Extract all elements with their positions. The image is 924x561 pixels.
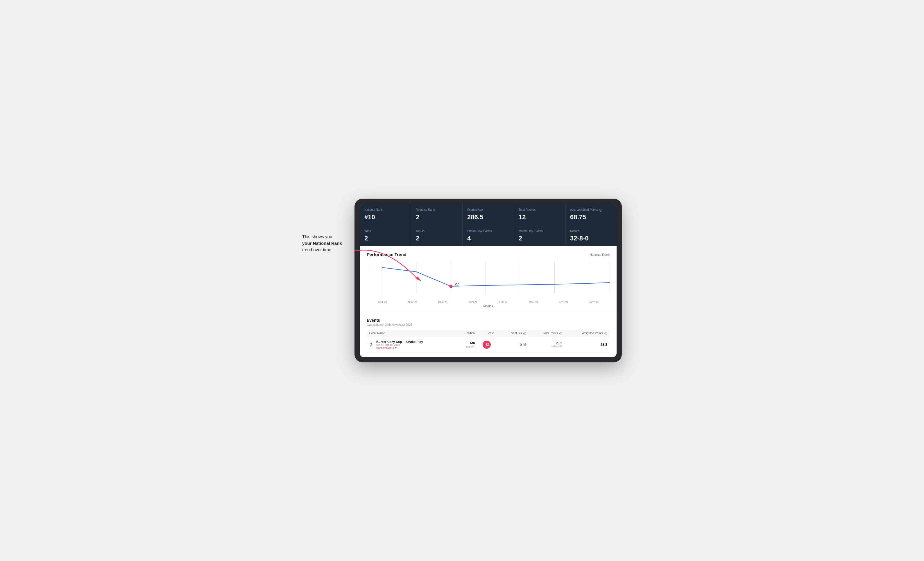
- score-badge: -22: [483, 341, 491, 349]
- total-points-info-icon: i: [560, 332, 562, 335]
- x-label-may24: MAY 24: [579, 301, 609, 304]
- annotation-bold: your National Rank: [302, 241, 342, 246]
- table-row: 🏌 Buster Cozy Cup – Stroke Play Oct 9 - …: [367, 337, 610, 352]
- svg-point-9: [449, 284, 452, 288]
- col-score: Score: [477, 330, 496, 337]
- x-label-mar24: MAR 24: [518, 301, 549, 304]
- table-header-row: Event Name Position Score Event SG i Tot…: [367, 330, 610, 337]
- golf-icon: 🏌: [369, 343, 374, 347]
- stat-national-rank: National Rank #10: [360, 204, 411, 225]
- rank-impact: Rank Impact: 3 ▼: [376, 346, 423, 349]
- stat-record: Record 32-8-0: [566, 225, 616, 246]
- svg-text:#10: #10: [454, 283, 459, 286]
- stats-row-2: Wins 2 Top 3s 2 Stroke Play Events 4 Mat…: [360, 225, 616, 246]
- col-weighted-points: Weighted Points i: [565, 330, 610, 337]
- event-name: Buster Cozy Cup – Stroke Play: [376, 340, 423, 344]
- events-last-updated: Last updated: 24th November 2023: [367, 323, 610, 326]
- stats-row-1: National Rank #10 Regional Rank 2 Scorin…: [360, 204, 616, 225]
- col-event-sg: Event SG i: [496, 330, 528, 337]
- stat-match-play-events: Match Play Events 2: [514, 225, 565, 246]
- event-score: -22: [477, 337, 496, 352]
- annotation-text: This shows you your National Rank trend …: [302, 233, 342, 253]
- events-title: Events: [367, 318, 610, 323]
- weighted-points-value: 28.3: [565, 337, 610, 352]
- annotation-part1: This shows you: [302, 234, 332, 239]
- info-icon: i: [599, 209, 602, 212]
- page-container: This shows you your National Rank trend …: [302, 199, 622, 362]
- performance-section: Performance Trend National Rank: [360, 246, 616, 313]
- x-label-nov23: NOV 23: [398, 301, 428, 304]
- tablet-frame: National Rank #10 Regional Rank 2 Scorin…: [354, 199, 622, 362]
- total-points-value: 28.3 3 Rounds: [528, 337, 565, 352]
- stat-top3s: Top 3s 2: [411, 225, 462, 246]
- col-position: Position: [455, 330, 477, 337]
- event-date: Oct 9 - Oct 10, 2023: [376, 344, 423, 346]
- performance-chart: #10: [367, 262, 610, 299]
- chart-container: #10: [367, 262, 610, 299]
- chart-x-title: Months: [367, 305, 610, 308]
- rounds-sub: 3 Rounds: [531, 345, 562, 348]
- stat-stroke-play-events: Stroke Play Events 4: [463, 225, 514, 246]
- event-name-cell: 🏌 Buster Cozy Cup – Stroke Play Oct 9 - …: [367, 337, 455, 352]
- x-label-jan24: JAN 24: [458, 301, 488, 304]
- events-section: Events Last updated: 24th November 2023 …: [360, 313, 616, 357]
- chart-x-labels: OCT 23 NOV 23 DEC 23 JAN 24 FEB 24 MAR 2…: [367, 301, 610, 304]
- stat-regional-rank: Regional Rank 2: [411, 204, 462, 225]
- event-sg-info-icon: i: [523, 332, 526, 335]
- annotation-part2: trend over time: [302, 247, 331, 252]
- x-label-dec23: DEC 23: [428, 301, 458, 304]
- x-label-apr24: APR 24: [549, 301, 579, 304]
- x-label-oct23: OCT 23: [367, 301, 398, 304]
- stat-wins: Wins 2: [360, 225, 411, 246]
- perf-title: Performance Trend: [367, 252, 406, 257]
- perf-header: Performance Trend National Rank: [367, 252, 610, 257]
- x-label-feb24: FEB 24: [488, 301, 518, 304]
- stat-scoring-avg: Scoring Avg. 286.5: [463, 204, 514, 225]
- event-position: 6th out of 7: [455, 337, 477, 352]
- tablet-screen: National Rank #10 Regional Rank 2 Scorin…: [360, 204, 616, 357]
- col-total-points: Total Points i: [528, 330, 565, 337]
- weighted-points-info-icon: i: [604, 332, 607, 335]
- col-event-name: Event Name: [367, 330, 455, 337]
- perf-rank-label: National Rank: [590, 253, 610, 256]
- stat-avg-weighted-points: Avg. Weighted Points i 68.75: [566, 204, 616, 225]
- stat-total-rounds: Total Rounds 12: [514, 204, 565, 225]
- event-sg-value: 0.45: [496, 337, 528, 352]
- events-table: Event Name Position Score Event SG i Tot…: [367, 330, 610, 352]
